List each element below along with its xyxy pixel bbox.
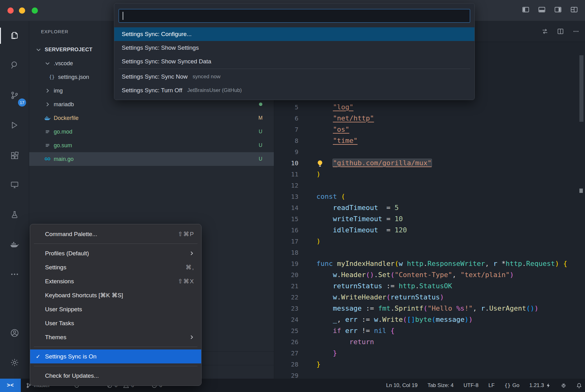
activity-source-control[interactable]: 17 <box>0 84 29 108</box>
menu-item-shortcut: ⇧⌘P <box>178 230 194 238</box>
git-status-badge: U <box>256 156 265 162</box>
files-icon <box>10 30 19 41</box>
line-number: 20 <box>274 269 298 280</box>
split-editor-icon[interactable] <box>557 28 564 35</box>
command-palette-input[interactable] <box>119 9 470 23</box>
palette-item[interactable]: Settings Sync: Turn OffJetBrainsUser (Gi… <box>114 84 474 97</box>
menu-separator <box>34 366 197 366</box>
tree-item-main.go[interactable]: GOmain.goU <box>29 152 274 166</box>
line-number: 19 <box>274 258 298 269</box>
palette-item[interactable]: Settings Sync: Sync Nowsynced now <box>114 70 474 84</box>
status-go-version[interactable]: 1.21.3 <box>529 382 551 389</box>
menu-item-command-palette---[interactable]: Command Palette...⇧⌘P <box>30 227 201 241</box>
line-number: 17 <box>274 236 298 247</box>
menu-item-user-snippets[interactable]: User Snippets <box>30 302 201 316</box>
chevron-down-icon <box>34 47 43 53</box>
menu-item-settings-sync-is-on[interactable]: ✓Settings Sync is On <box>30 349 201 363</box>
activity-testing[interactable] <box>0 203 29 228</box>
git-dot-badge <box>256 102 265 107</box>
menu-item-check-for-updates---[interactable]: Check for Updates... <box>30 369 201 383</box>
status-cursor-position-label: Ln 10, Col 19 <box>386 382 418 389</box>
palette-item-label: Settings Sync: Configure... <box>122 31 192 38</box>
bell-icon <box>576 383 582 388</box>
tree-item-label: Dockerfile <box>54 115 79 121</box>
status-debug-status[interactable] <box>561 383 566 388</box>
menu-item-profiles--default-[interactable]: Profiles (Default) <box>30 246 201 260</box>
chevron-down-icon <box>43 60 52 66</box>
editor-scrollbar[interactable] <box>579 55 583 122</box>
toggle-panel-icon[interactable] <box>538 6 546 14</box>
line-number: 28 <box>274 359 298 370</box>
activity-settings[interactable] <box>0 351 29 376</box>
line-number: 25 <box>274 325 298 336</box>
status-encoding[interactable]: UTF-8 <box>464 382 478 389</box>
remote-indicator[interactable]: >< <box>0 379 21 392</box>
status-cursor-position[interactable]: Ln 10, Col 19 <box>386 382 418 389</box>
line-number: 16 <box>274 225 298 236</box>
toggle-secondary-sidebar-icon[interactable] <box>554 6 562 14</box>
code-text: ) <box>316 169 320 180</box>
activity-explorer[interactable] <box>0 23 29 48</box>
account-icon <box>10 328 19 339</box>
code-text: "time" <box>316 135 357 146</box>
customize-layout-icon[interactable] <box>570 6 578 14</box>
menu-item-keyboard-shortcuts---k--s-[interactable]: Keyboard Shortcuts [⌘K ⌘S] <box>30 288 201 302</box>
tree-item-go.mod[interactable]: go.modU <box>29 125 274 139</box>
zoom-window-button[interactable] <box>32 7 38 14</box>
more-actions-icon[interactable] <box>573 28 579 35</box>
toggle-primary-sidebar-icon[interactable] <box>522 6 530 14</box>
line-number: 23 <box>274 303 298 314</box>
menu-separator <box>34 347 197 347</box>
activity-search[interactable] <box>0 53 29 78</box>
menu-item-settings[interactable]: Settings⌘, <box>30 260 201 274</box>
palette-item[interactable]: Settings Sync: Show Settings <box>114 41 474 55</box>
gear-icon <box>10 358 19 368</box>
code-text: returnStatus := http.StatusOK <box>316 280 452 292</box>
menu-item-label: Check for Updates... <box>45 372 99 379</box>
activity-docker[interactable] <box>0 233 29 258</box>
menu-item-themes[interactable]: Themes <box>30 330 201 344</box>
code-text: writeTimeout = 10 <box>316 213 403 225</box>
close-window-button[interactable] <box>7 7 14 14</box>
line-number: 13 <box>274 191 298 202</box>
menu-item-label: User Tasks <box>45 320 74 327</box>
activity-accounts[interactable] <box>0 321 29 346</box>
menu-item-label: Profiles (Default) <box>45 250 89 257</box>
activity-more[interactable] <box>0 262 29 287</box>
code-text: w.Header().Set("Content-Type", "text/pla… <box>316 269 514 280</box>
minimize-window-button[interactable] <box>19 7 25 14</box>
line-number: 26 <box>274 336 298 348</box>
line-number: 6 <box>274 113 298 124</box>
status-notifications[interactable] <box>576 383 582 388</box>
status-eol[interactable]: LF <box>488 382 495 389</box>
gomod-icon <box>43 143 52 148</box>
tree-item-label: SERVERPROJECT <box>45 47 93 53</box>
status-indentation[interactable]: Tab Size: 4 <box>428 382 454 389</box>
activity-remote-explorer[interactable] <box>0 173 29 198</box>
tree-item-go.sum[interactable]: go.sumU <box>29 139 274 152</box>
open-changes-icon[interactable] <box>542 28 548 35</box>
menu-item-label: User Snippets <box>45 306 82 313</box>
line-number: 11 <box>274 169 298 180</box>
go-icon: GO <box>43 157 52 161</box>
status-language-mode[interactable]: {}Go <box>505 382 519 389</box>
line-number: 14 <box>274 202 298 213</box>
palette-item[interactable]: Settings Sync: Show Synced Data <box>114 55 474 68</box>
explorer-title: EXPLORER <box>41 29 68 34</box>
line-number: 21 <box>274 280 298 292</box>
tree-item-label: main.go <box>54 156 74 162</box>
code-text: _, err := w.Write([]byte(message)) <box>316 314 473 325</box>
activity-extensions[interactable] <box>0 144 29 169</box>
palette-item-label: Settings Sync: Show Synced Data <box>122 58 211 65</box>
status-eol-label: LF <box>488 382 495 389</box>
code-text: "os" <box>316 124 349 135</box>
code-text: func myIndexHandler(w http.ResponseWrite… <box>316 258 567 269</box>
status-language-mode-label: Go <box>512 382 519 389</box>
code-text: w.WriteHeader(returnStatus) <box>316 292 444 303</box>
menu-item-extensions[interactable]: Extensions⇧⌘X <box>30 274 201 288</box>
palette-item[interactable]: Settings Sync: Configure... <box>114 27 474 41</box>
menu-item-user-tasks[interactable]: User Tasks <box>30 316 201 330</box>
tree-item-label: go.mod <box>54 129 72 135</box>
tree-item-dockerfile[interactable]: DockerfileM <box>29 111 274 125</box>
activity-run-debug[interactable] <box>0 113 29 138</box>
